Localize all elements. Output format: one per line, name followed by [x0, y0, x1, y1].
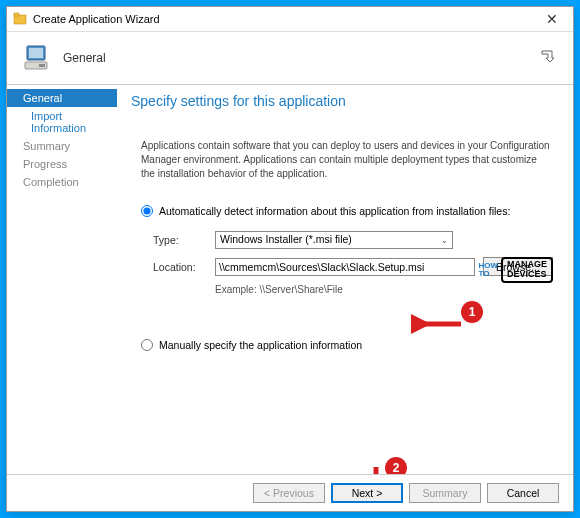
banner: General: [7, 32, 573, 85]
sidebar-item-progress[interactable]: Progress: [7, 155, 117, 173]
footer: < Previous Next > Summary Cancel: [7, 474, 573, 511]
watermark-howto: HOWTO: [478, 262, 498, 278]
watermark: HOWTO MANAGE DEVICES: [478, 257, 553, 283]
summary-button: Summary: [409, 483, 481, 503]
cancel-button[interactable]: Cancel: [487, 483, 559, 503]
options-icon[interactable]: [539, 48, 559, 68]
banner-label: General: [63, 51, 539, 65]
app-icon: [13, 12, 27, 26]
page-title: Specify settings for this application: [131, 93, 557, 109]
sidebar: General Import Information Summary Progr…: [7, 85, 117, 474]
sidebar-item-summary[interactable]: Summary: [7, 137, 117, 155]
chevron-down-icon: ⌄: [441, 236, 448, 245]
wizard-window: Create Application Wizard ✕ General Gene…: [6, 6, 574, 512]
example-text: Example: \\Server\Share\File: [215, 284, 557, 295]
radio-manual[interactable]: Manually specify the application informa…: [141, 339, 557, 351]
radio-manual-label: Manually specify the application informa…: [159, 339, 362, 351]
annotation-arrow-2: [365, 465, 387, 474]
radio-auto-input[interactable]: [141, 205, 153, 217]
type-value: Windows Installer (*.msi file): [220, 233, 352, 245]
computer-icon: [21, 42, 53, 74]
type-select[interactable]: Windows Installer (*.msi file) ⌄: [215, 231, 453, 249]
description-text: Applications contain software that you c…: [141, 139, 553, 181]
svg-rect-5: [39, 64, 45, 67]
window-title: Create Application Wizard: [33, 13, 537, 25]
body: General Import Information Summary Progr…: [7, 85, 573, 474]
location-input[interactable]: [215, 258, 475, 276]
type-label: Type:: [153, 234, 215, 246]
close-button[interactable]: ✕: [537, 11, 567, 27]
next-button[interactable]: Next >: [331, 483, 403, 503]
sidebar-item-general[interactable]: General: [7, 89, 117, 107]
titlebar: Create Application Wizard ✕: [7, 7, 573, 32]
radio-manual-input[interactable]: [141, 339, 153, 351]
svg-rect-1: [14, 13, 19, 16]
radio-auto-detect[interactable]: Automatically detect information about t…: [141, 205, 557, 217]
annotation-callout-2: 2: [385, 457, 407, 474]
watermark-box: MANAGE DEVICES: [501, 257, 553, 283]
type-field-row: Type: Windows Installer (*.msi file) ⌄: [153, 231, 557, 249]
svg-rect-3: [29, 48, 43, 58]
location-label: Location:: [153, 261, 215, 273]
sidebar-item-completion[interactable]: Completion: [7, 173, 117, 191]
previous-button: < Previous: [253, 483, 325, 503]
sidebar-item-import-info[interactable]: Import Information: [7, 107, 117, 137]
svg-rect-0: [14, 15, 26, 24]
radio-auto-label: Automatically detect information about t…: [159, 205, 510, 217]
main-panel: Specify settings for this application Ap…: [117, 85, 573, 474]
